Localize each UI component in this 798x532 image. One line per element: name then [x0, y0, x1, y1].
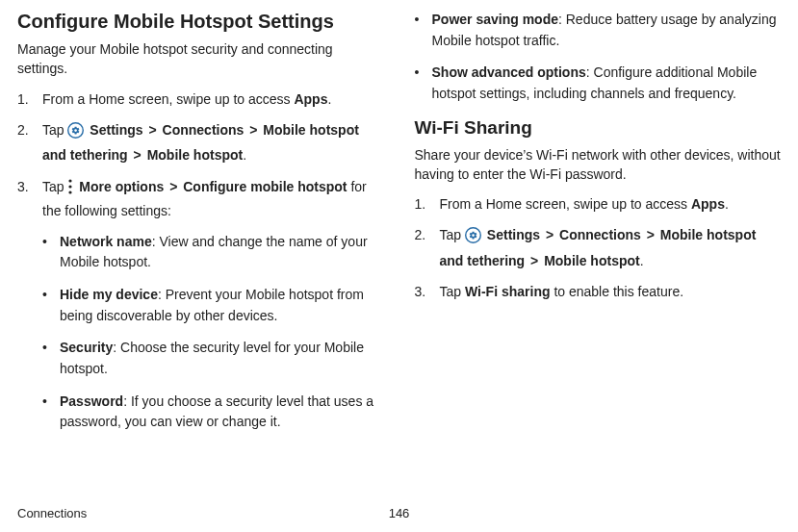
- steps-list-right: From a Home screen, swipe up to access A…: [415, 193, 782, 303]
- step-text-end: .: [725, 196, 729, 212]
- step-3: Tap Wi-Fi sharing to enable this feature…: [415, 281, 782, 302]
- step-1: From a Home screen, swipe up to access A…: [17, 89, 384, 110]
- breadcrumb-separator: >: [148, 122, 156, 138]
- step-text: From a Home screen, swipe up to access: [440, 196, 691, 212]
- wifi-sharing-description: Share your device’s Wi-Fi network with o…: [415, 145, 782, 185]
- step-text-end: .: [243, 147, 246, 163]
- step-1: From a Home screen, swipe up to access A…: [415, 193, 782, 215]
- step-3: Tap More options > Configure mobile hots…: [17, 176, 384, 433]
- footer-page-number: 146: [389, 506, 410, 520]
- gear-icon: [465, 227, 481, 249]
- section-description: Manage your Mobile hotspot security and …: [17, 39, 384, 79]
- mobile-hotspot-label: Mobile hotspot: [147, 147, 244, 163]
- settings-bullets-left: Network name: View and change the name o…: [42, 232, 384, 434]
- mobile-hotspot-label: Mobile hotspot: [544, 253, 640, 268]
- bullet-advanced-options: Show advanced options: Configure additio…: [415, 63, 782, 104]
- settings-label: Settings: [487, 227, 540, 242]
- step-text: Tap: [42, 122, 67, 138]
- connections-label: Connections: [163, 122, 245, 138]
- svg-point-4: [466, 228, 481, 243]
- configure-hotspot-label: Configure mobile hotspot: [183, 179, 347, 194]
- bullet-power-saving: Power saving mode: Reduce battery usage …: [415, 10, 782, 51]
- bullet-hide-my-device: Hide my device: Prevent your Mobile hots…: [42, 285, 384, 326]
- breadcrumb-separator: >: [546, 227, 553, 242]
- wifi-sharing-label: Wi-Fi sharing: [465, 284, 551, 299]
- wifi-sharing-heading: Wi-Fi Sharing: [415, 116, 782, 139]
- more-options-label: More options: [79, 179, 164, 194]
- section-heading: Configure Mobile Hotspot Settings: [17, 10, 384, 34]
- step-text-end: .: [327, 91, 331, 107]
- svg-point-0: [68, 123, 84, 139]
- bullet-security: Security: Choose the security level for …: [42, 338, 384, 379]
- step-text: From a Home screen, swipe up to access: [42, 91, 294, 107]
- bullet-term: Network name: [60, 234, 152, 249]
- bullet-term: Show advanced options: [432, 64, 586, 80]
- svg-point-3: [69, 190, 72, 193]
- connections-label: Connections: [559, 227, 641, 242]
- right-column: Power saving mode: Reduce battery usage …: [415, 10, 782, 444]
- bullet-term: Password: [60, 393, 123, 409]
- bullet-network-name: Network name: View and change the name o…: [42, 232, 384, 273]
- breadcrumb-separator: >: [249, 122, 257, 138]
- breadcrumb-separator: >: [647, 227, 655, 242]
- apps-label: Apps: [691, 196, 725, 212]
- bullet-term: Hide my device: [60, 287, 158, 302]
- step-text-end: .: [640, 253, 644, 268]
- step-text: Tap: [42, 179, 67, 194]
- settings-label: Settings: [90, 122, 142, 138]
- more-options-icon: [67, 179, 73, 200]
- step-2: Tap Settings > Connections > Mobile hots…: [17, 119, 384, 166]
- footer-section-name: Connections: [17, 506, 87, 520]
- breadcrumb-separator: >: [169, 179, 177, 194]
- page-footer: Connections 146: [0, 506, 798, 520]
- bullet-term: Security: [60, 340, 113, 355]
- svg-point-2: [69, 185, 72, 188]
- bullet-term: Power saving mode: [432, 12, 558, 27]
- apps-label: Apps: [294, 91, 327, 107]
- settings-bullets-right: Power saving mode: Reduce battery usage …: [415, 10, 782, 105]
- breadcrumb-separator: >: [530, 253, 538, 268]
- step-text: Tap: [440, 227, 465, 242]
- svg-point-1: [69, 179, 72, 182]
- breadcrumb-separator: >: [134, 147, 142, 163]
- bullet-password: Password: If you choose a security level…: [42, 392, 384, 433]
- two-column-layout: Configure Mobile Hotspot Settings Manage…: [17, 10, 781, 444]
- step-text-end: to enable this feature.: [551, 284, 684, 299]
- steps-list-left: From a Home screen, swipe up to access A…: [17, 89, 384, 433]
- document-page: Configure Mobile Hotspot Settings Manage…: [0, 0, 798, 532]
- step-2: Tap Settings > Connections > Mobile hots…: [415, 224, 782, 271]
- step-text: Tap: [440, 284, 465, 299]
- left-column: Configure Mobile Hotspot Settings Manage…: [17, 10, 384, 444]
- gear-icon: [67, 122, 84, 144]
